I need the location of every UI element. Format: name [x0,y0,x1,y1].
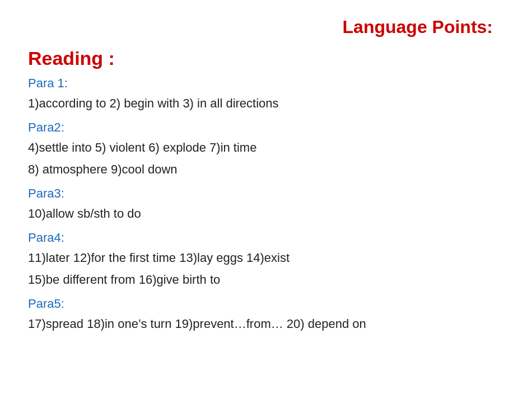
section-block-3: Para3:10)allow sb/sth to do [28,186,504,223]
page-container: Language Points: Reading : Para 1:1)acco… [0,0,532,399]
para-content-4-line-1: 11)later 12)for the first time 13)lay eg… [28,248,504,267]
para-content-4-line-2: 15)be different from 16)give birth to [28,270,504,289]
section-block-2: Para2:4)settle into 5) violent 6) explod… [28,120,504,179]
para-label-2: Para2: [28,120,504,135]
section-block-1: Para 1:1)according to 2) begin with 3) i… [28,76,504,112]
para-label-1: Para 1: [28,76,504,91]
para-content-2-line-1: 4)settle into 5) violent 6) explode 7)in… [28,138,504,157]
page-title: Language Points: [28,17,504,37]
para-label-3: Para3: [28,186,504,201]
para-content-2-line-2: 8) atmosphere 9)cool down [28,160,504,179]
para-label-4: Para4: [28,231,504,245]
reading-heading: Reading : [28,48,504,69]
para-content-1-line-1: 1)according to 2) begin with 3) in all d… [28,94,504,112]
sections-container: Para 1:1)according to 2) begin with 3) i… [28,76,504,333]
para-content-5-line-1: 17)spread 18)in one’s turn 19)prevent…fr… [28,314,504,333]
section-block-5: Para5:17)spread 18)in one’s turn 19)prev… [28,297,504,333]
para-label-5: Para5: [28,297,504,311]
section-block-4: Para4:11)later 12)for the first time 13)… [28,231,504,289]
para-content-3-line-1: 10)allow sb/sth to do [28,204,504,223]
